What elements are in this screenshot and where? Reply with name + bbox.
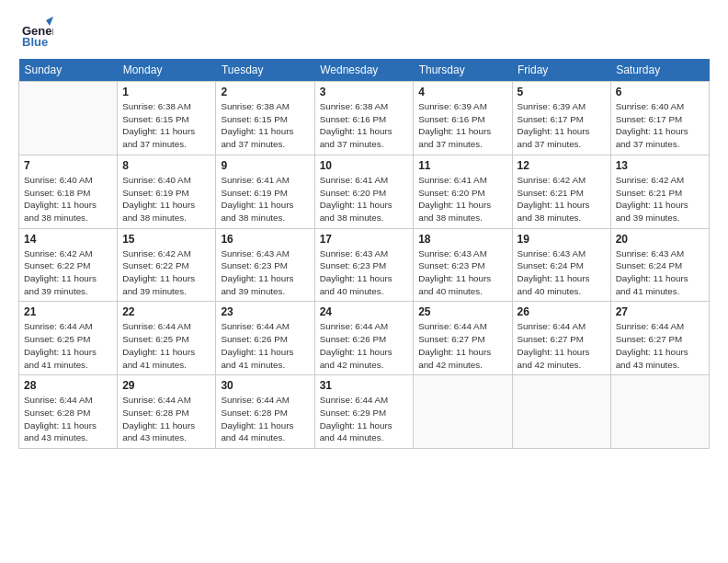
weekday-header: Tuesday — [216, 59, 314, 82]
weekday-header: Sunday — [19, 59, 118, 82]
calendar-cell: 18Sunrise: 6:43 AM Sunset: 6:23 PM Dayli… — [414, 228, 512, 302]
day-number: 1 — [122, 86, 210, 98]
calendar-cell: 5Sunrise: 6:39 AM Sunset: 6:17 PM Daylig… — [512, 82, 610, 155]
calendar-cell: 25Sunrise: 6:44 AM Sunset: 6:27 PM Dayli… — [414, 302, 512, 375]
weekday-header: Saturday — [610, 59, 709, 82]
weekday-header: Wednesday — [314, 59, 414, 82]
day-info: Sunrise: 6:38 AM Sunset: 6:15 PM Dayligh… — [122, 100, 210, 151]
weekday-header: Friday — [512, 59, 610, 82]
day-info: Sunrise: 6:44 AM Sunset: 6:25 PM Dayligh… — [24, 320, 112, 371]
day-info: Sunrise: 6:43 AM Sunset: 6:24 PM Dayligh… — [616, 247, 704, 298]
calendar-cell: 16Sunrise: 6:43 AM Sunset: 6:23 PM Dayli… — [216, 228, 314, 302]
svg-text:Blue: Blue — [22, 35, 48, 49]
day-number: 2 — [221, 86, 309, 98]
day-number: 9 — [221, 159, 309, 172]
day-info: Sunrise: 6:44 AM Sunset: 6:25 PM Dayligh… — [122, 320, 210, 371]
day-number: 25 — [418, 305, 506, 318]
calendar-cell: 23Sunrise: 6:44 AM Sunset: 6:26 PM Dayli… — [216, 302, 314, 375]
calendar-cell: 24Sunrise: 6:44 AM Sunset: 6:26 PM Dayli… — [314, 302, 414, 375]
calendar-cell: 19Sunrise: 6:43 AM Sunset: 6:24 PM Dayli… — [512, 228, 610, 302]
day-number: 13 — [616, 159, 704, 172]
weekday-header: Monday — [118, 59, 216, 82]
calendar-table: SundayMondayTuesdayWednesdayThursdayFrid… — [18, 59, 710, 449]
day-number: 10 — [320, 159, 409, 172]
day-number: 26 — [518, 305, 606, 318]
weekday-header: Thursday — [414, 59, 512, 82]
day-info: Sunrise: 6:43 AM Sunset: 6:24 PM Dayligh… — [518, 247, 606, 298]
day-number: 24 — [320, 305, 409, 318]
day-number: 23 — [221, 305, 309, 318]
logo-icon: General Blue — [18, 15, 53, 50]
day-info: Sunrise: 6:41 AM Sunset: 6:19 PM Dayligh… — [221, 174, 309, 224]
day-number: 3 — [320, 86, 409, 98]
day-info: Sunrise: 6:38 AM Sunset: 6:15 PM Dayligh… — [221, 100, 309, 151]
day-info: Sunrise: 6:44 AM Sunset: 6:27 PM Dayligh… — [518, 320, 606, 371]
day-number: 7 — [24, 159, 112, 172]
calendar-cell: 11Sunrise: 6:41 AM Sunset: 6:20 PM Dayli… — [414, 155, 512, 228]
day-info: Sunrise: 6:44 AM Sunset: 6:29 PM Dayligh… — [320, 394, 409, 444]
day-number: 22 — [122, 305, 210, 318]
logo: General Blue — [18, 15, 53, 50]
day-info: Sunrise: 6:42 AM Sunset: 6:21 PM Dayligh… — [518, 174, 606, 224]
calendar-cell: 28Sunrise: 6:44 AM Sunset: 6:28 PM Dayli… — [19, 375, 118, 449]
calendar-cell: 22Sunrise: 6:44 AM Sunset: 6:25 PM Dayli… — [118, 302, 216, 375]
day-info: Sunrise: 6:43 AM Sunset: 6:23 PM Dayligh… — [320, 247, 409, 298]
day-number: 5 — [518, 86, 606, 98]
day-number: 20 — [616, 233, 704, 246]
calendar-cell: 14Sunrise: 6:42 AM Sunset: 6:22 PM Dayli… — [19, 228, 118, 302]
calendar-cell: 10Sunrise: 6:41 AM Sunset: 6:20 PM Dayli… — [314, 155, 414, 228]
day-number: 17 — [320, 233, 409, 246]
day-number: 30 — [221, 379, 309, 392]
calendar-week-row: 28Sunrise: 6:44 AM Sunset: 6:28 PM Dayli… — [19, 375, 710, 449]
calendar-cell — [610, 375, 709, 449]
calendar-cell: 29Sunrise: 6:44 AM Sunset: 6:28 PM Dayli… — [118, 375, 216, 449]
calendar-header-row: SundayMondayTuesdayWednesdayThursdayFrid… — [19, 59, 710, 82]
calendar-cell: 27Sunrise: 6:44 AM Sunset: 6:27 PM Dayli… — [610, 302, 709, 375]
day-info: Sunrise: 6:39 AM Sunset: 6:16 PM Dayligh… — [418, 100, 506, 151]
day-info: Sunrise: 6:39 AM Sunset: 6:17 PM Dayligh… — [518, 100, 606, 151]
day-info: Sunrise: 6:42 AM Sunset: 6:22 PM Dayligh… — [122, 247, 210, 298]
day-info: Sunrise: 6:44 AM Sunset: 6:27 PM Dayligh… — [616, 320, 704, 371]
calendar-cell: 2Sunrise: 6:38 AM Sunset: 6:15 PM Daylig… — [216, 82, 314, 155]
day-number: 6 — [616, 86, 704, 98]
calendar-cell: 12Sunrise: 6:42 AM Sunset: 6:21 PM Dayli… — [512, 155, 610, 228]
day-info: Sunrise: 6:42 AM Sunset: 6:22 PM Dayligh… — [24, 247, 112, 298]
calendar-cell: 9Sunrise: 6:41 AM Sunset: 6:19 PM Daylig… — [216, 155, 314, 228]
day-number: 8 — [122, 159, 210, 172]
day-number: 18 — [418, 233, 506, 246]
calendar-week-row: 7Sunrise: 6:40 AM Sunset: 6:18 PM Daylig… — [19, 155, 710, 228]
calendar-cell — [19, 82, 118, 155]
day-info: Sunrise: 6:40 AM Sunset: 6:18 PM Dayligh… — [24, 174, 112, 224]
day-info: Sunrise: 6:41 AM Sunset: 6:20 PM Dayligh… — [418, 174, 506, 224]
day-number: 11 — [418, 159, 506, 172]
day-number: 31 — [320, 379, 409, 392]
calendar-week-row: 14Sunrise: 6:42 AM Sunset: 6:22 PM Dayli… — [19, 228, 710, 302]
day-number: 27 — [616, 305, 704, 318]
day-number: 19 — [518, 233, 606, 246]
calendar-cell: 20Sunrise: 6:43 AM Sunset: 6:24 PM Dayli… — [610, 228, 709, 302]
day-info: Sunrise: 6:41 AM Sunset: 6:20 PM Dayligh… — [320, 174, 409, 224]
day-number: 15 — [122, 233, 210, 246]
calendar-week-row: 21Sunrise: 6:44 AM Sunset: 6:25 PM Dayli… — [19, 302, 710, 375]
calendar-cell: 30Sunrise: 6:44 AM Sunset: 6:28 PM Dayli… — [216, 375, 314, 449]
calendar-body: 1Sunrise: 6:38 AM Sunset: 6:15 PM Daylig… — [19, 82, 710, 449]
calendar-cell: 21Sunrise: 6:44 AM Sunset: 6:25 PM Dayli… — [19, 302, 118, 375]
calendar-cell: 1Sunrise: 6:38 AM Sunset: 6:15 PM Daylig… — [118, 82, 216, 155]
day-info: Sunrise: 6:44 AM Sunset: 6:26 PM Dayligh… — [221, 320, 309, 371]
day-info: Sunrise: 6:43 AM Sunset: 6:23 PM Dayligh… — [418, 247, 506, 298]
day-info: Sunrise: 6:44 AM Sunset: 6:28 PM Dayligh… — [122, 394, 210, 444]
day-info: Sunrise: 6:44 AM Sunset: 6:27 PM Dayligh… — [418, 320, 506, 371]
day-number: 4 — [418, 86, 506, 98]
day-info: Sunrise: 6:44 AM Sunset: 6:28 PM Dayligh… — [221, 394, 309, 444]
calendar-cell: 6Sunrise: 6:40 AM Sunset: 6:17 PM Daylig… — [610, 82, 709, 155]
calendar-cell: 3Sunrise: 6:38 AM Sunset: 6:16 PM Daylig… — [314, 82, 414, 155]
day-number: 21 — [24, 305, 112, 318]
day-number: 29 — [122, 379, 210, 392]
calendar-cell — [414, 375, 512, 449]
calendar-cell — [512, 375, 610, 449]
page: General Blue SundayMondayTuesdayWednesda… — [0, 0, 728, 458]
calendar-cell: 13Sunrise: 6:42 AM Sunset: 6:21 PM Dayli… — [610, 155, 709, 228]
calendar-cell: 26Sunrise: 6:44 AM Sunset: 6:27 PM Dayli… — [512, 302, 610, 375]
calendar-week-row: 1Sunrise: 6:38 AM Sunset: 6:15 PM Daylig… — [19, 82, 710, 155]
day-number: 14 — [24, 233, 112, 246]
